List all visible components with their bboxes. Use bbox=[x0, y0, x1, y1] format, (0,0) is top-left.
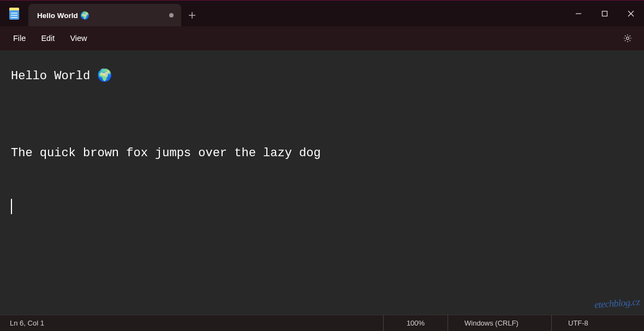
close-button[interactable] bbox=[618, 1, 644, 26]
menu-view[interactable]: View bbox=[62, 31, 94, 46]
new-tab-button[interactable] bbox=[181, 4, 203, 26]
editor-area[interactable]: Hello World 🌍 The quick brown fox jumps … bbox=[0, 50, 644, 315]
gear-icon bbox=[623, 33, 633, 43]
status-position[interactable]: Ln 6, Col 1 bbox=[0, 319, 383, 327]
editor-content[interactable]: Hello World 🌍 The quick brown fox jumps … bbox=[11, 63, 633, 166]
maximize-button[interactable] bbox=[592, 1, 618, 26]
status-encoding[interactable]: UTF-8 bbox=[551, 315, 644, 331]
titlebar-drag-region[interactable] bbox=[203, 1, 565, 26]
plus-icon bbox=[188, 11, 196, 19]
tab-title: Hello World 🌍 bbox=[37, 11, 165, 20]
minimize-icon bbox=[575, 10, 582, 17]
window-controls bbox=[565, 1, 644, 26]
svg-rect-3 bbox=[603, 11, 607, 16]
watermark: etechblog.cz bbox=[594, 296, 640, 311]
statusbar: Ln 6, Col 1 100% Windows (CRLF) UTF-8 bbox=[0, 315, 644, 331]
modified-indicator-icon[interactable] bbox=[169, 13, 174, 17]
minimize-button[interactable] bbox=[565, 1, 592, 26]
close-icon bbox=[628, 10, 634, 17]
menu-edit[interactable]: Edit bbox=[33, 31, 62, 46]
tab-active[interactable]: Hello World 🌍 bbox=[28, 4, 181, 26]
settings-button[interactable] bbox=[618, 28, 637, 48]
text-caret bbox=[11, 199, 12, 214]
notepad-icon bbox=[9, 8, 19, 20]
menu-file[interactable]: File bbox=[5, 31, 33, 46]
maximize-icon bbox=[601, 10, 608, 17]
menubar: File Edit View bbox=[0, 26, 644, 50]
status-line-ending[interactable]: Windows (CRLF) bbox=[448, 315, 551, 331]
status-zoom[interactable]: 100% bbox=[383, 315, 448, 331]
svg-point-6 bbox=[627, 37, 629, 40]
app-icon bbox=[0, 1, 28, 26]
titlebar: Hello World 🌍 bbox=[0, 0, 644, 26]
